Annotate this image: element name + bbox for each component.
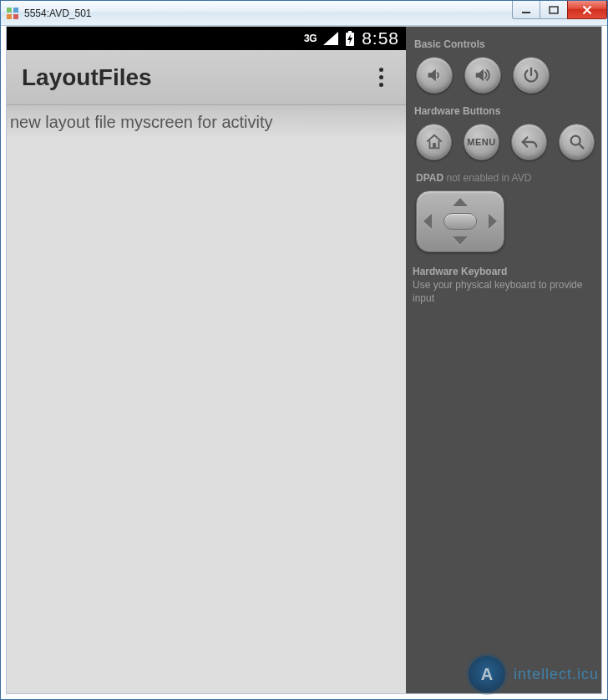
watermark-text: intellect.icu [514,666,599,683]
dpad-right-icon[interactable] [489,214,497,229]
menu-button[interactable]: MENU [464,124,499,160]
watermark-badge: A [469,656,505,692]
window-title: 5554:AVD_501 [24,8,92,19]
content-line: new layout file myscreen for activity [10,113,273,132]
dpad-subtext: not enabled in AVD [446,172,531,184]
dpad-section: DPAD not enabled in AVD [416,172,595,252]
app-title: LayoutFiles [22,64,371,91]
overflow-menu-icon[interactable] [371,64,391,91]
svg-rect-5 [550,7,558,13]
svg-rect-3 [13,14,18,19]
client-area: 3G 8:58 LayoutFiles [6,26,602,694]
watermark: A intellect.icu [469,656,599,692]
window-controls [513,1,607,19]
statusbar-clock: 8:58 [362,28,399,48]
hardware-keyboard-title: Hardware Keyboard [413,266,595,277]
svg-rect-6 [348,31,352,33]
dpad-control [416,190,504,252]
svg-rect-0 [7,8,12,13]
volume-down-button[interactable] [416,57,453,94]
dpad-center-button[interactable] [443,213,477,230]
home-button[interactable] [416,124,452,160]
emulator-window: 5554:AVD_501 3G [0,0,608,700]
device-screen: 3G 8:58 LayoutFiles [7,27,406,693]
dpad-left-icon[interactable] [423,214,432,229]
hardware-keyboard-section: Hardware Keyboard Use your physical keyb… [413,266,595,305]
basic-controls-label: Basic Controls [414,38,595,50]
titlebar[interactable]: 5554:AVD_501 [1,1,607,26]
basic-controls-row [416,57,595,94]
emulator-controls-panel: Basic Controls Hardware Buttons MENU [406,27,601,693]
battery-charging-icon [345,31,355,46]
emulator-app-icon [6,7,19,20]
dpad-up-icon[interactable] [453,198,468,206]
hardware-keyboard-subtext: Use your physical keyboard to provide in… [413,279,595,305]
search-button[interactable] [559,124,595,160]
signal-icon [323,32,338,45]
dpad-label: DPAD not enabled in AVD [416,172,595,184]
svg-rect-1 [13,8,18,13]
hardware-buttons-row: MENU [416,124,595,160]
hardware-buttons-label: Hardware Buttons [414,105,595,117]
svg-rect-4 [522,12,530,13]
content-area[interactable] [7,139,406,693]
close-button[interactable] [567,1,607,19]
back-button[interactable] [511,124,547,160]
maximize-button[interactable] [540,1,568,19]
power-button[interactable] [513,57,550,94]
dpad-title: DPAD [416,172,443,184]
app-action-bar: LayoutFiles [7,50,406,105]
dpad-down-icon[interactable] [453,236,468,245]
content-text: new layout file myscreen for activity [7,105,406,139]
volume-up-button[interactable] [464,57,501,94]
minimize-button[interactable] [512,1,540,19]
svg-rect-2 [7,14,12,19]
android-statusbar: 3G 8:58 [7,27,406,50]
network-3g-label: 3G [304,33,317,44]
